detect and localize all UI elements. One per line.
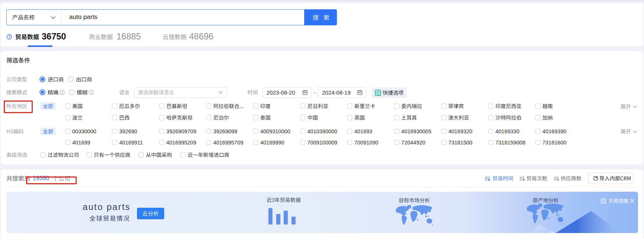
svg-text:?: ? (8, 35, 10, 39)
